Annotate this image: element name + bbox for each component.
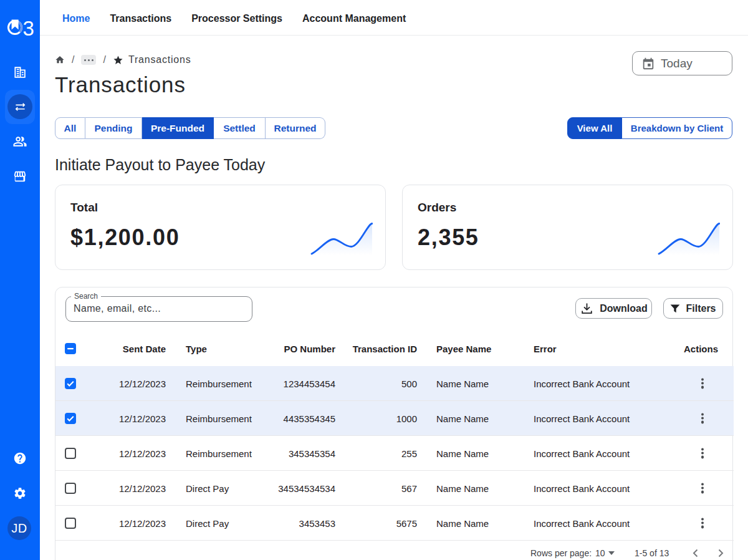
svg-text:3: 3 bbox=[23, 17, 34, 40]
